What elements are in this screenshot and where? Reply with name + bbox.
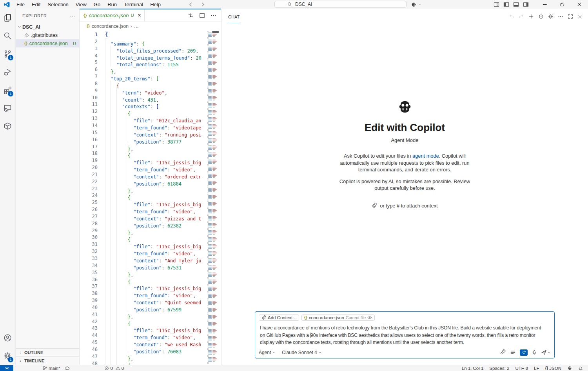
code-line-36[interactable]: 36{ <box>80 276 204 284</box>
toggle-panel-icon[interactable] <box>511 0 521 9</box>
code-line-43[interactable]: 43"file": "115c_jessis_big <box>80 325 204 332</box>
activity-extensions-icon[interactable]: 1 <box>0 81 15 99</box>
code-line-39[interactable]: 39"context": "Quint seemed <box>80 297 204 304</box>
code-line-37[interactable]: 37"file": "115c_jessis_big <box>80 283 204 290</box>
tools-icon[interactable] <box>500 349 506 355</box>
code-line-45[interactable]: 45"context": "we used Rash <box>80 339 204 346</box>
command-center-search[interactable]: DSC_AI <box>274 1 407 8</box>
menu-view[interactable]: View <box>72 0 90 9</box>
remote-indicator[interactable]: >< <box>0 365 13 371</box>
model-picker[interactable]: Claude Sonnet 4 <box>282 350 321 355</box>
mode-picker[interactable]: Agent <box>259 350 276 355</box>
restore-icon[interactable] <box>554 0 571 9</box>
code-line-42[interactable]: 42{ <box>80 318 204 326</box>
activity-containers-icon[interactable] <box>0 117 15 135</box>
code-line-15[interactable]: 15"context": "running posi <box>80 129 204 136</box>
code-line-24[interactable]: 24{ <box>80 192 204 199</box>
status-copilot-icon[interactable] <box>567 366 572 371</box>
file--gitattributes[interactable]: .gitattributes <box>16 31 79 39</box>
more-icon[interactable] <box>211 13 216 18</box>
file-concordance-json[interactable]: {}concordance.jsonU <box>16 39 79 47</box>
code-line-18[interactable]: 18{ <box>80 150 204 157</box>
nav-forward-icon[interactable] <box>200 2 206 7</box>
status-lf[interactable]: LF <box>534 366 539 371</box>
send-icon[interactable] <box>541 349 551 355</box>
menu-go[interactable]: Go <box>90 0 104 9</box>
undo-icon[interactable] <box>509 14 514 19</box>
menu-run[interactable]: Run <box>104 0 120 9</box>
list-icon[interactable] <box>510 349 516 355</box>
problems-status[interactable]: 0 0 <box>104 366 124 371</box>
tab-close-icon[interactable]: ✕ <box>137 13 141 18</box>
add-context-chip[interactable]: Add Context... <box>259 315 299 321</box>
code-line-19[interactable]: 19"file": "115c_jessis_big <box>80 157 204 164</box>
breadcrumb[interactable]: {} concordance.json › … <box>80 22 221 31</box>
activity-run-debug-icon[interactable] <box>0 63 15 81</box>
toggle-sidebar-icon[interactable] <box>501 0 511 9</box>
close-icon[interactable] <box>571 0 588 9</box>
code-line-11[interactable]: 11"contexts": [ <box>80 101 204 108</box>
context-chip-concordance-json[interactable]: {}concordance.jsonCurrent file <box>301 315 375 321</box>
code-line-2[interactable]: 2"summary": { <box>80 38 204 45</box>
code-line-3[interactable]: 3"total_files_processed": 209, <box>80 45 204 53</box>
status-bell-icon[interactable] <box>578 366 583 371</box>
settings-gear-icon[interactable] <box>548 14 554 19</box>
code-line-44[interactable]: 44"term_found": "video", <box>80 332 204 339</box>
status-ln-1-col-1[interactable]: Ln 1, Col 1 <box>462 366 484 371</box>
history-icon[interactable] <box>538 14 544 19</box>
close-icon[interactable] <box>577 14 583 19</box>
compare-changes-icon[interactable] <box>188 13 194 18</box>
plus-icon[interactable] <box>528 14 534 19</box>
status-utf-8[interactable]: UTF-8 <box>515 366 528 371</box>
code-line-1[interactable]: 1{ <box>80 31 204 38</box>
code-line-27[interactable]: 27"context": "pizzas and t <box>80 213 204 220</box>
code-line-25[interactable]: 25"file": "115c_jessis_big <box>80 199 204 206</box>
minimize-icon[interactable] <box>536 0 554 9</box>
code-editor[interactable]: 1{2"summary": {3"total_files_processed":… <box>80 31 221 365</box>
more-icon[interactable] <box>558 14 563 19</box>
menu-terminal[interactable]: Terminal <box>120 0 147 9</box>
tab-chat[interactable]: CHAT <box>228 10 240 23</box>
code-line-30[interactable]: 30{ <box>80 234 204 241</box>
auto-approve-button[interactable] <box>520 349 528 356</box>
code-line-9[interactable]: 9"term": "video", <box>80 87 204 95</box>
code-line-4[interactable]: 4"total_unique_terms_found": 20 <box>80 53 204 60</box>
code-line-21[interactable]: 21"context": "ordered extr <box>80 171 204 178</box>
menu-selection[interactable]: Selection <box>44 0 72 9</box>
mic-icon[interactable] <box>532 350 537 355</box>
activity-source-control-icon[interactable]: 1 <box>0 45 15 63</box>
activity-files-icon[interactable] <box>0 9 15 27</box>
code-line-7[interactable]: 7"top_20_terms": [ <box>80 73 204 80</box>
status-json[interactable]: {}JSON <box>545 366 561 371</box>
agent-mode-link[interactable]: agent mode <box>412 153 439 159</box>
publish-changes-button[interactable] <box>65 366 70 371</box>
panel-timeline[interactable]: TIMELINE <box>16 356 79 365</box>
code-line-48[interactable]: 48{ <box>80 360 204 365</box>
menu-help[interactable]: Help <box>147 0 164 9</box>
git-branch-status[interactable]: main* <box>42 366 60 371</box>
minimap[interactable] <box>204 31 219 365</box>
code-line-38[interactable]: 38"term_found": "video", <box>80 290 204 297</box>
activity-remote-explorer-icon[interactable] <box>0 99 15 117</box>
code-line-14[interactable]: 14"term_found": "videotape <box>80 122 204 129</box>
activity-settings-gear-icon[interactable]: 1 <box>0 347 15 365</box>
activity-account-icon[interactable] <box>0 329 15 347</box>
redo-icon[interactable] <box>519 14 524 19</box>
activity-search-icon[interactable] <box>0 27 15 45</box>
split-editor-icon[interactable] <box>199 13 205 18</box>
customize-layout-icon[interactable] <box>492 0 501 9</box>
tab-concordance-json[interactable]: {} concordance.json U ✕ <box>80 9 145 21</box>
code-line-33[interactable]: 33"context": "And Tyler ju <box>80 255 204 262</box>
code-line-31[interactable]: 31"file": "115c_jessis_big <box>80 241 204 248</box>
code-line-10[interactable]: 10"count": 431, <box>80 95 204 102</box>
code-line-20[interactable]: 20"term_found": "video", <box>80 164 204 171</box>
chat-message-text[interactable]: I have a concordance of mentions of retr… <box>255 322 554 346</box>
menu-file[interactable]: File <box>13 0 28 9</box>
editor-scrollbar-thumb[interactable] <box>212 31 219 33</box>
nav-back-icon[interactable] <box>188 2 194 7</box>
copilot-menu-button[interactable] <box>411 1 421 8</box>
expand-icon[interactable] <box>568 14 573 19</box>
panel-outline[interactable]: OUTLINE <box>16 348 79 356</box>
code-line-13[interactable]: 13"file": "012c_claudia_an <box>80 115 204 122</box>
code-line-26[interactable]: 26"term_found": "video", <box>80 206 204 213</box>
